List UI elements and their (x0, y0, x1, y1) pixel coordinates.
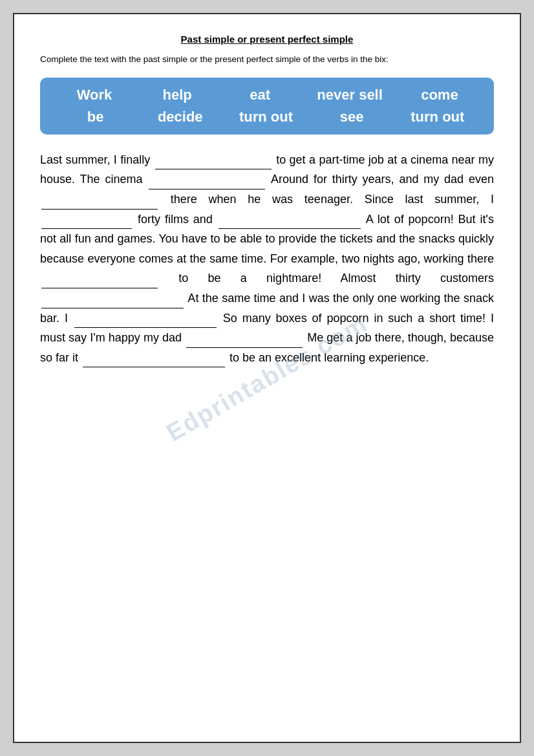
word-box-row-1: Work help eat never sell come (53, 87, 481, 103)
word-6: be (70, 109, 122, 125)
blank-4[interactable] (41, 228, 132, 229)
word-7: decide (155, 109, 206, 125)
word-2: help (151, 87, 203, 103)
blank-2[interactable] (149, 188, 265, 189)
blank-3[interactable] (41, 208, 158, 210)
word-3: eat (234, 87, 286, 103)
instructions-text: Complete the text with the past simple o… (40, 54, 494, 66)
blank-1[interactable] (155, 168, 272, 169)
blank-8[interactable] (74, 327, 217, 328)
word-10: turn out (411, 109, 464, 125)
blank-7[interactable] (41, 307, 184, 308)
word-8: turn out (239, 109, 293, 125)
worksheet-page: Edprintables.com Past simple or present … (13, 13, 521, 743)
blank-6[interactable] (41, 287, 158, 288)
word-1: Work (69, 87, 120, 103)
blank-10[interactable] (83, 366, 225, 367)
exercise-text: Last summer, I finally to get a part-tim… (40, 150, 494, 368)
word-box-row-2: be decide turn out see turn out (53, 109, 481, 125)
word-9: see (326, 109, 378, 125)
page-title: Past simple or present perfect simple (40, 34, 494, 45)
word-5: come (414, 87, 465, 103)
word-4: never sell (317, 87, 383, 103)
word-box: Work help eat never sell come be decide … (40, 78, 494, 135)
blank-5[interactable] (219, 228, 361, 229)
blank-9[interactable] (186, 347, 303, 348)
